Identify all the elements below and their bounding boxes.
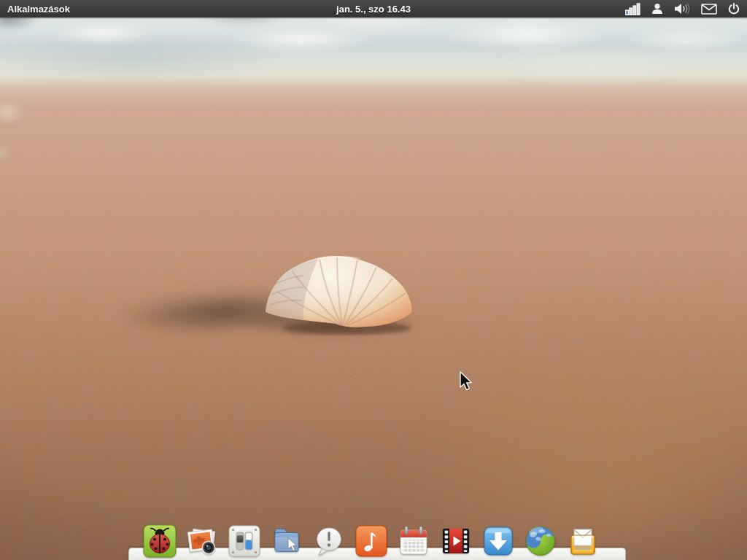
indicator-area xyxy=(625,3,747,15)
files-folder-icon xyxy=(269,524,304,559)
video-player-icon xyxy=(438,524,473,559)
desktop[interactable]: Alkalmazások jan. 5., szo 16.43 xyxy=(0,0,747,560)
applications-menu[interactable]: Alkalmazások xyxy=(0,0,77,18)
dock-item-downloads[interactable] xyxy=(481,524,516,559)
dock-item-files[interactable] xyxy=(269,524,304,559)
calendar-icon xyxy=(396,524,431,559)
user-icon[interactable] xyxy=(651,3,663,15)
dock-icons xyxy=(128,524,614,559)
photos-icon xyxy=(185,524,220,559)
dock xyxy=(128,522,624,560)
dock-item-settings[interactable] xyxy=(227,524,262,559)
download-arrow-icon xyxy=(481,524,516,559)
signal-bars-icon[interactable] xyxy=(625,3,640,15)
dock-item-videos[interactable] xyxy=(438,524,473,559)
dock-item-music[interactable] xyxy=(354,524,389,559)
mail-envelope-icon[interactable] xyxy=(701,4,717,15)
globe-browser-icon xyxy=(523,524,558,559)
mail-tray-icon xyxy=(565,524,600,559)
power-icon[interactable] xyxy=(728,3,740,15)
dock-item-calendar[interactable] xyxy=(396,524,431,559)
top-panel: Alkalmazások jan. 5., szo 16.43 xyxy=(0,0,747,18)
dock-item-ladybug[interactable] xyxy=(142,524,177,559)
music-note-icon xyxy=(354,524,389,559)
volume-icon[interactable] xyxy=(674,3,690,15)
ladybug-icon xyxy=(142,524,177,559)
feedback-bubble-icon xyxy=(311,524,347,559)
dock-item-photos[interactable] xyxy=(185,524,220,559)
seashell xyxy=(255,239,427,335)
dock-item-feedback[interactable] xyxy=(311,524,347,559)
mouse-cursor xyxy=(459,371,475,393)
dock-item-mail[interactable] xyxy=(565,524,600,559)
settings-switches-icon xyxy=(227,524,262,559)
dock-item-browser[interactable] xyxy=(523,524,558,559)
